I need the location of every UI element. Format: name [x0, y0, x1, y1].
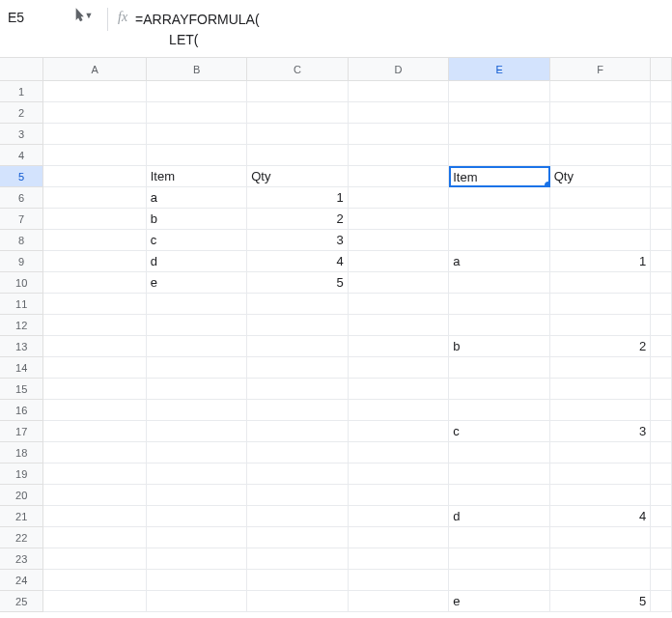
cell-C13[interactable] — [247, 336, 348, 357]
cell-E8[interactable] — [449, 230, 549, 251]
cell-B12[interactable] — [147, 315, 247, 336]
cell-D1[interactable] — [349, 81, 449, 102]
cell-F3[interactable] — [550, 124, 651, 145]
name-box[interactable]: E5 — [0, 4, 63, 31]
cell-partial-1[interactable] — [651, 81, 672, 102]
cell-F18[interactable] — [550, 442, 651, 464]
cell-D4[interactable] — [349, 145, 449, 166]
cell-F21[interactable]: 4 — [550, 506, 651, 527]
cell-E24[interactable] — [449, 570, 549, 591]
cell-B10[interactable]: e — [147, 272, 247, 294]
cell-E25[interactable]: e — [449, 591, 549, 612]
cell-F1[interactable] — [550, 81, 651, 102]
cell-C1[interactable] — [247, 81, 348, 102]
cell-D11[interactable] — [349, 294, 449, 315]
cell-B20[interactable] — [147, 485, 247, 506]
cell-partial-3[interactable] — [651, 124, 672, 145]
cell-D5[interactable] — [349, 166, 449, 187]
row-header-10[interactable]: 10 — [0, 272, 43, 294]
cell-D21[interactable] — [349, 506, 449, 527]
cell-F23[interactable] — [550, 548, 651, 570]
cell-D22[interactable] — [349, 527, 449, 548]
cell-F22[interactable] — [550, 527, 651, 548]
cell-F2[interactable] — [550, 102, 651, 124]
cell-partial-11[interactable] — [651, 294, 672, 315]
cell-partial-23[interactable] — [651, 548, 672, 570]
cell-E10[interactable] — [449, 272, 549, 294]
cell-partial-24[interactable] — [651, 570, 672, 591]
cell-F16[interactable] — [550, 400, 651, 421]
cell-D19[interactable] — [349, 464, 449, 485]
cell-B21[interactable] — [147, 506, 247, 527]
row-header-9[interactable]: 9 — [0, 251, 43, 272]
cell-D9[interactable] — [349, 251, 449, 272]
cell-E5[interactable]: Item — [449, 166, 549, 187]
cell-C16[interactable] — [247, 400, 348, 421]
cell-C24[interactable] — [247, 570, 348, 591]
cell-C2[interactable] — [247, 102, 348, 124]
cell-F8[interactable] — [550, 230, 651, 251]
cell-partial-8[interactable] — [651, 230, 672, 251]
cell-D2[interactable] — [349, 102, 449, 124]
row-header-16[interactable]: 16 — [0, 400, 43, 421]
cell-F9[interactable]: 1 — [550, 251, 651, 272]
cell-B18[interactable] — [147, 442, 247, 464]
cell-B25[interactable] — [147, 591, 247, 612]
cell-A15[interactable] — [43, 379, 146, 400]
cell-F14[interactable] — [550, 357, 651, 379]
row-header-22[interactable]: 22 — [0, 527, 43, 548]
row-header-15[interactable]: 15 — [0, 379, 43, 400]
cell-partial-4[interactable] — [651, 145, 672, 166]
column-header-A[interactable]: A — [43, 58, 146, 80]
cell-A17[interactable] — [43, 421, 146, 442]
cell-B13[interactable] — [147, 336, 247, 357]
cell-F13[interactable]: 2 — [550, 336, 651, 357]
cell-B4[interactable] — [147, 145, 247, 166]
cell-partial-7[interactable] — [651, 209, 672, 230]
column-header-F[interactable]: F — [550, 58, 652, 80]
row-header-20[interactable]: 20 — [0, 485, 43, 506]
cell-E4[interactable] — [449, 145, 549, 166]
cell-D15[interactable] — [349, 379, 449, 400]
row-header-8[interactable]: 8 — [0, 230, 43, 251]
cell-B23[interactable] — [147, 548, 247, 570]
cell-C18[interactable] — [247, 442, 348, 464]
cell-B16[interactable] — [147, 400, 247, 421]
cell-D6[interactable] — [349, 187, 449, 209]
cell-F12[interactable] — [550, 315, 651, 336]
cell-A22[interactable] — [43, 527, 146, 548]
cell-B2[interactable] — [147, 102, 247, 124]
cell-B1[interactable] — [147, 81, 247, 102]
row-header-13[interactable]: 13 — [0, 336, 43, 357]
cell-A4[interactable] — [43, 145, 146, 166]
cell-C9[interactable]: 4 — [247, 251, 348, 272]
column-header-D[interactable]: D — [349, 58, 450, 80]
cell-partial-22[interactable] — [651, 527, 672, 548]
cell-D13[interactable] — [349, 336, 449, 357]
cell-B15[interactable] — [147, 379, 247, 400]
cell-C5[interactable]: Qty — [247, 166, 348, 187]
cell-C23[interactable] — [247, 548, 348, 570]
cell-C6[interactable]: 1 — [247, 187, 348, 209]
cell-C8[interactable]: 3 — [247, 230, 348, 251]
cell-A14[interactable] — [43, 357, 146, 379]
cell-D3[interactable] — [349, 124, 449, 145]
cell-A16[interactable] — [43, 400, 146, 421]
cell-C11[interactable] — [247, 294, 348, 315]
row-header-1[interactable]: 1 — [0, 81, 43, 102]
column-header-C[interactable]: C — [247, 58, 349, 80]
cell-C4[interactable] — [247, 145, 348, 166]
cell-partial-16[interactable] — [651, 400, 672, 421]
cell-partial-21[interactable] — [651, 506, 672, 527]
cell-F25[interactable]: 5 — [550, 591, 651, 612]
row-header-17[interactable]: 17 — [0, 421, 43, 442]
cell-partial-20[interactable] — [651, 485, 672, 506]
cell-D20[interactable] — [349, 485, 449, 506]
cell-partial-9[interactable] — [651, 251, 672, 272]
cell-B5[interactable]: Item — [147, 166, 247, 187]
cell-E6[interactable] — [449, 187, 549, 209]
cell-A7[interactable] — [43, 209, 146, 230]
cell-A20[interactable] — [43, 485, 146, 506]
column-header-B[interactable]: B — [147, 58, 248, 80]
cell-D10[interactable] — [349, 272, 449, 294]
